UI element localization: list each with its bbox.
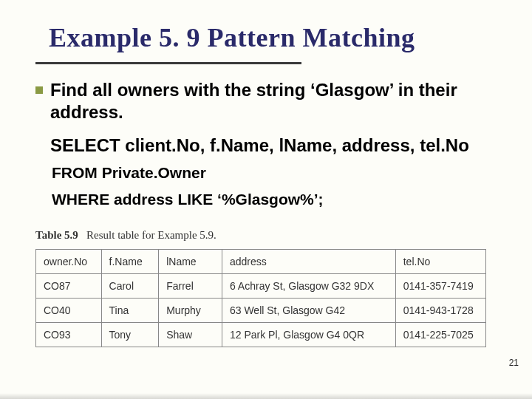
table-cell: CO93 <box>36 323 102 347</box>
slide-title: Example 5. 9 Pattern Matching <box>49 22 502 53</box>
table-header-cell: f.Name <box>101 250 159 274</box>
sql-select-line: SELECT client.No, f.Name, lName, address… <box>50 134 502 157</box>
table-cell: Farrel <box>159 274 222 299</box>
table-header-cell: tel.No <box>395 250 485 274</box>
result-table-wrap: Table 5.9 Result table for Example 5.9. … <box>35 229 502 347</box>
table-cell: Murphy <box>159 299 222 323</box>
table-cell: 0141-943-1728 <box>395 299 485 323</box>
table-cell: 0141-225-7025 <box>395 323 485 347</box>
table-caption: Table 5.9 Result table for Example 5.9. <box>35 229 502 242</box>
table-cell: Shaw <box>159 323 222 347</box>
title-underline <box>35 62 301 64</box>
table-caption-text: Result table for Example 5.9. <box>86 229 216 241</box>
table-cell: Tina <box>101 299 159 323</box>
table-cell: 6 Achray St, Glasgow G32 9DX <box>222 274 395 299</box>
table-caption-label: Table 5.9 <box>35 229 78 241</box>
table-cell: 12 Park Pl, Glasgow G4 0QR <box>222 323 395 347</box>
table-cell: Tony <box>101 323 159 347</box>
sql-from-line: FROM Private.Owner <box>52 162 502 183</box>
result-table: owner.No f.Name lName address tel.No CO8… <box>35 249 486 347</box>
page-number: 21 <box>509 358 519 368</box>
slide-shadow <box>0 393 532 399</box>
bullet-icon <box>35 86 43 94</box>
table-row: CO87 Carol Farrel 6 Achray St, Glasgow G… <box>36 274 486 299</box>
table-cell: CO40 <box>36 299 102 323</box>
table-header-cell: lName <box>159 250 222 274</box>
table-cell: CO87 <box>36 274 102 299</box>
description-text: Find all owners with the string ‘Glasgow… <box>50 79 502 123</box>
table-cell: 63 Well St, Glasgow G42 <box>222 299 395 323</box>
table-header-cell: owner.No <box>36 250 102 274</box>
table-row: CO40 Tina Murphy 63 Well St, Glasgow G42… <box>36 299 486 323</box>
table-row: CO93 Tony Shaw 12 Park Pl, Glasgow G4 0Q… <box>36 323 486 347</box>
table-header-cell: address <box>222 250 395 274</box>
table-cell: Carol <box>101 274 159 299</box>
sql-where-line: WHERE address LIKE ‘%Glasgow%’; <box>52 188 502 210</box>
table-header-row: owner.No f.Name lName address tel.No <box>36 250 486 274</box>
table-cell: 0141-357-7419 <box>395 274 485 299</box>
description-row: Find all owners with the string ‘Glasgow… <box>35 79 502 123</box>
slide: Example 5. 9 Pattern Matching Find all o… <box>0 0 532 399</box>
